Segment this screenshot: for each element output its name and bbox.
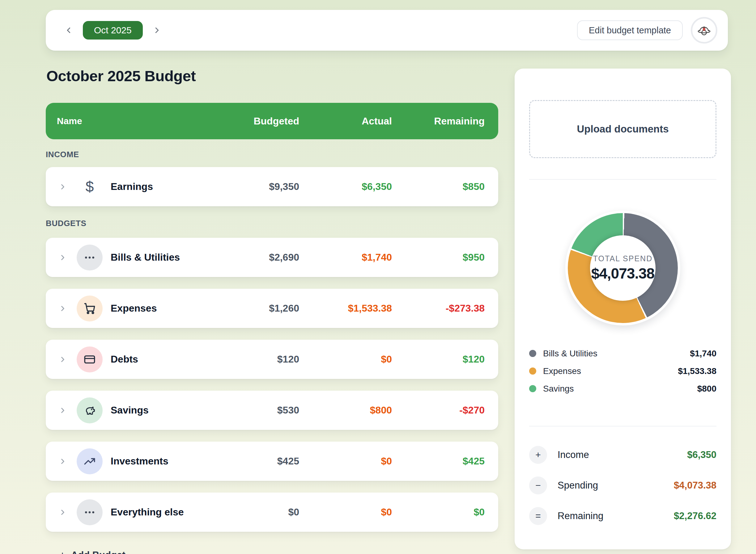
expand-row-button[interactable] (57, 506, 68, 518)
expand-row-button[interactable] (57, 404, 68, 416)
legend-item-expenses: Expenses $1,533.38 (529, 362, 716, 380)
table-row-debts[interactable]: Debts $120 $0 $120 (46, 340, 498, 379)
expand-row-button[interactable] (57, 455, 68, 467)
column-header-actual: Actual (299, 115, 392, 127)
row-label: Bills & Utilities (111, 252, 180, 263)
chevron-left-icon (64, 25, 73, 35)
summary-label: Spending (558, 480, 598, 491)
remaining-value: -$273.38 (392, 302, 485, 314)
budgeted-value: $120 (203, 353, 299, 365)
table-row-savings[interactable]: Savings $530 $800 -$270 (46, 391, 498, 430)
row-label: Debts (111, 353, 138, 365)
budgeted-value: $2,690 (203, 252, 299, 263)
add-budget-button[interactable]: + Add Budget (46, 549, 498, 554)
legend-dot-green (529, 385, 536, 392)
avatar[interactable] (691, 17, 717, 44)
actual-value: $6,350 (299, 181, 392, 192)
summary-label: Remaining (558, 510, 603, 521)
section-label-income: INCOME (46, 149, 498, 160)
total-spend-label: TOTAL SPEND (593, 254, 652, 263)
totals-summary: + Income $6,350 − Spending $4,073.38 = R… (529, 439, 716, 531)
budgeted-value: $1,260 (203, 302, 299, 314)
expand-row-button[interactable] (57, 353, 68, 365)
legend-value: $1,533.38 (678, 366, 716, 376)
chevron-right-icon (58, 253, 67, 262)
table-row-earnings[interactable]: $ Earnings $9,350 $6,350 $850 (46, 167, 498, 206)
topbar: Oct 2025 Edit budget template (46, 10, 728, 51)
trending-up-icon (77, 448, 103, 474)
legend-value: $1,740 (690, 349, 716, 358)
legend-dot-gray (529, 350, 536, 357)
table-row-bills-utilities[interactable]: Bills & Utilities $2,690 $1,740 $950 (46, 238, 498, 277)
minus-icon: − (529, 477, 547, 494)
legend-label: Expenses (543, 366, 581, 376)
chevron-right-icon (58, 182, 67, 191)
chevron-right-icon (58, 406, 67, 415)
column-header-remaining: Remaining (392, 115, 485, 127)
donut-center: TOTAL SPEND $4,073.38 (590, 235, 656, 301)
month-selector-pill[interactable]: Oct 2025 (83, 21, 143, 40)
remaining-value: $0 (392, 506, 485, 518)
legend-dot-orange (529, 368, 536, 375)
actual-value: $0 (299, 455, 392, 467)
upload-documents-dropzone[interactable]: Upload documents (529, 100, 716, 158)
plus-icon: + (529, 446, 547, 464)
summary-row-spending: − Spending $4,073.38 (529, 470, 716, 501)
remaining-value: $120 (392, 353, 485, 365)
edit-budget-template-button[interactable]: Edit budget template (577, 20, 683, 40)
row-label: Everything else (111, 506, 184, 518)
remaining-value: $950 (392, 252, 485, 263)
budgeted-value: $0 (203, 506, 299, 518)
donut-legend: Bills & Utilities $1,740 Expenses $1,533… (529, 345, 716, 397)
legend-item-bills-utilities: Bills & Utilities $1,740 (529, 345, 716, 362)
previous-month-button[interactable] (62, 23, 75, 37)
chevron-right-icon (58, 457, 67, 466)
summary-row-remaining: = Remaining $2,276.62 (529, 501, 716, 531)
piggy-bank-icon (77, 397, 103, 423)
divider (529, 179, 716, 180)
equals-icon: = (529, 507, 547, 525)
chevron-right-icon (58, 304, 67, 313)
expand-row-button[interactable] (57, 302, 68, 314)
table-row-expenses[interactable]: Expenses $1,260 $1,533.38 -$273.38 (46, 289, 498, 328)
actual-value: $1,740 (299, 252, 392, 263)
remaining-value: $850 (392, 181, 485, 192)
budget-app: Oct 2025 Edit budget template (0, 0, 756, 554)
legend-item-savings: Savings $800 (529, 380, 716, 397)
chevron-right-icon (58, 508, 67, 517)
budgeted-value: $530 (203, 404, 299, 416)
upload-documents-label: Upload documents (577, 123, 668, 135)
summary-panel: Upload documents TOTAL SPEND $4,073.38 B… (515, 68, 731, 549)
expand-row-button[interactable] (57, 181, 68, 193)
page-title: October 2025 Budget (46, 67, 196, 85)
remaining-value: $425 (392, 455, 485, 467)
add-budget-label: Add Budget (71, 550, 125, 554)
actual-value: $800 (299, 404, 392, 416)
dollar-sign-icon: $ (77, 174, 103, 200)
next-month-button[interactable] (150, 23, 164, 37)
spend-donut: TOTAL SPEND $4,073.38 (565, 211, 680, 326)
budget-table: Name Budgeted Actual Remaining INCOME $ … (46, 103, 498, 554)
firefighter-helmet-icon (696, 22, 712, 38)
budgeted-value: $425 (203, 455, 299, 467)
budgeted-value: $9,350 (203, 181, 299, 192)
summary-value: $4,073.38 (674, 480, 716, 491)
divider (529, 426, 716, 427)
expand-row-button[interactable] (57, 252, 68, 263)
summary-row-income: + Income $6,350 (529, 439, 716, 470)
table-header: Name Budgeted Actual Remaining (46, 103, 498, 139)
table-row-everything-else[interactable]: Everything else $0 $0 $0 (46, 493, 498, 532)
ellipsis-icon (77, 244, 103, 271)
summary-value: $6,350 (687, 449, 716, 460)
summary-value: $2,276.62 (674, 510, 716, 521)
shopping-cart-icon (77, 295, 103, 322)
table-row-investments[interactable]: Investments $425 $0 $425 (46, 442, 498, 481)
remaining-value: -$270 (392, 404, 485, 416)
row-label: Earnings (111, 181, 153, 192)
actual-value: $1,533.38 (299, 302, 392, 314)
row-label: Investments (111, 455, 168, 467)
actual-value: $0 (299, 506, 392, 518)
legend-label: Savings (543, 384, 574, 394)
section-label-budgets: BUDGETS (46, 218, 498, 228)
legend-label: Bills & Utilities (543, 349, 597, 358)
